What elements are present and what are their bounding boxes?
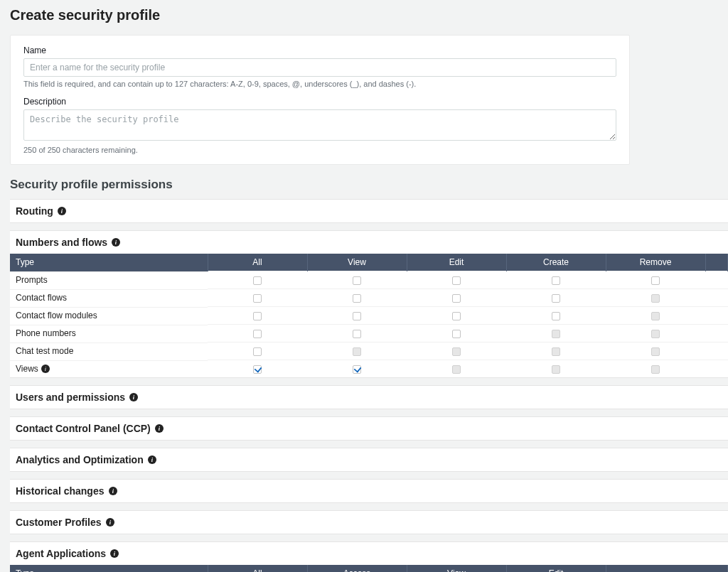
- description-help: 250 of 250 characters remaining.: [23, 146, 616, 154]
- permission-checkbox: [552, 330, 560, 338]
- permission-checkbox[interactable]: [353, 312, 361, 320]
- permission-checkbox: [651, 294, 660, 303]
- permission-checkbox[interactable]: [452, 330, 461, 338]
- permission-checkbox[interactable]: [353, 294, 361, 303]
- group-analytics: Analytics and Optimization i: [10, 448, 728, 472]
- permission-checkbox[interactable]: [253, 294, 262, 303]
- empty-cell: [705, 271, 728, 289]
- permission-checkbox[interactable]: [253, 347, 262, 356]
- checkbox-cell: [208, 289, 307, 307]
- group-users-permissions: Users and permissions i: [10, 385, 728, 409]
- name-input[interactable]: [23, 58, 616, 77]
- group-header-customer-profiles[interactable]: Customer Profiles i: [10, 511, 728, 534]
- permission-checkbox[interactable]: [353, 276, 361, 285]
- permission-checkbox[interactable]: [552, 312, 560, 320]
- permission-checkbox[interactable]: [253, 276, 262, 285]
- table-row: Viewsi: [10, 360, 728, 378]
- empty-cell: [705, 360, 728, 378]
- column-header: Type: [10, 254, 208, 271]
- group-label: Agent Applications: [16, 548, 106, 559]
- group-header-users-permissions[interactable]: Users and permissions i: [10, 386, 728, 409]
- checkbox-cell: [407, 271, 506, 289]
- permission-checkbox[interactable]: [452, 276, 461, 285]
- checkbox-cell: [506, 325, 606, 342]
- checkbox-cell: [208, 271, 307, 289]
- info-icon[interactable]: i: [106, 518, 114, 527]
- info-icon[interactable]: i: [112, 238, 120, 247]
- group-customer-profiles: Customer Profiles i: [10, 510, 728, 534]
- permission-checkbox[interactable]: [452, 312, 461, 320]
- info-icon[interactable]: i: [155, 424, 164, 433]
- row-label: Phone numbers: [10, 325, 208, 342]
- group-header-agent-apps[interactable]: Agent Applications i: [10, 542, 728, 565]
- row-label: Contact flow modules: [10, 307, 208, 324]
- group-routing: Routing i: [10, 199, 728, 223]
- group-header-ccp[interactable]: Contact Control Panel (CCP) i: [10, 417, 728, 440]
- column-header: Type: [10, 565, 208, 572]
- page-title: Create security profile: [10, 7, 728, 23]
- info-icon[interactable]: i: [58, 207, 66, 215]
- info-icon[interactable]: i: [109, 487, 117, 495]
- group-header-routing[interactable]: Routing i: [10, 200, 728, 222]
- column-header: Edit: [506, 565, 606, 572]
- permission-checkbox[interactable]: [651, 276, 660, 285]
- checkbox-cell: [606, 271, 705, 289]
- checkbox-cell: [307, 289, 407, 307]
- group-label: Analytics and Optimization: [16, 454, 144, 465]
- row-label: Chat test mode: [10, 342, 208, 360]
- checkbox-cell: [506, 360, 606, 378]
- info-icon[interactable]: i: [129, 393, 138, 401]
- group-agent-apps: Agent Applications i TypeAllAccessViewEd…: [10, 541, 728, 572]
- checkbox-cell: [407, 360, 506, 378]
- numbers-flows-table: TypeAllViewEditCreateRemove PromptsConta…: [10, 254, 728, 377]
- checkbox-cell: [307, 325, 407, 342]
- name-label: Name: [23, 45, 616, 55]
- permission-checkbox: [452, 347, 461, 356]
- permission-checkbox[interactable]: [253, 312, 262, 320]
- group-historical: Historical changes i: [10, 479, 728, 503]
- group-label: Users and permissions: [16, 392, 125, 403]
- group-header-historical[interactable]: Historical changes i: [10, 480, 728, 502]
- group-label: Numbers and flows: [16, 237, 107, 248]
- table-row: Contact flow modules: [10, 307, 728, 325]
- permission-checkbox[interactable]: [552, 276, 560, 285]
- group-header-analytics[interactable]: Analytics and Optimization i: [10, 448, 728, 471]
- checkbox-cell: [407, 325, 506, 342]
- info-icon[interactable]: i: [41, 365, 50, 373]
- checkbox-cell: [606, 325, 705, 342]
- permission-checkbox[interactable]: [253, 365, 262, 374]
- permission-checkbox[interactable]: [353, 365, 361, 374]
- group-header-numbers-flows[interactable]: Numbers and flows i: [10, 231, 728, 254]
- info-icon[interactable]: i: [148, 455, 156, 464]
- empty-cell: [705, 289, 728, 307]
- checkbox-cell: [208, 360, 307, 378]
- description-label: Description: [23, 97, 616, 107]
- checkbox-cell: [307, 307, 407, 325]
- checkbox-cell: [407, 289, 506, 307]
- permission-checkbox: [651, 347, 660, 356]
- empty-cell: [705, 307, 728, 325]
- checkbox-cell: [407, 307, 506, 325]
- checkbox-cell: [506, 307, 606, 325]
- row-label: Contact flows: [10, 289, 208, 306]
- permission-checkbox[interactable]: [353, 330, 361, 338]
- table-row: Contact flows: [10, 289, 728, 307]
- info-icon[interactable]: i: [110, 549, 119, 558]
- checkbox-cell: [506, 342, 606, 360]
- group-ccp: Contact Control Panel (CCP) i: [10, 416, 728, 441]
- permission-checkbox[interactable]: [552, 294, 560, 303]
- column-header: All: [208, 565, 307, 572]
- empty-cell: [705, 325, 728, 342]
- description-input[interactable]: [23, 109, 616, 141]
- permission-checkbox[interactable]: [452, 294, 461, 303]
- column-header: Access: [307, 565, 407, 572]
- checkbox-cell: [407, 342, 506, 360]
- column-header: Create: [506, 254, 606, 271]
- group-label: Historical changes: [16, 485, 105, 497]
- checkbox-cell: [606, 360, 705, 378]
- basic-info-card: Name This field is required, and can con…: [10, 35, 630, 165]
- checkbox-cell: [606, 307, 705, 325]
- permission-checkbox[interactable]: [253, 330, 262, 338]
- checkbox-cell: [506, 271, 606, 289]
- checkbox-cell: [208, 342, 307, 360]
